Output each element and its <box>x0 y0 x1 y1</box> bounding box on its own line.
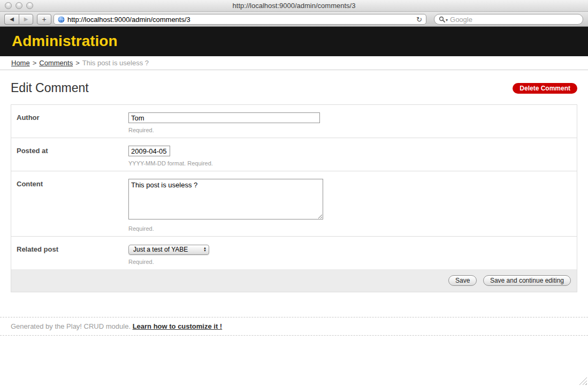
related-post-select[interactable]: Just a test of YABE ▲ ▼ <box>128 245 209 255</box>
select-stepper-icon: ▲ ▼ <box>203 247 207 252</box>
page-head: Edit Comment Delete Comment <box>11 81 577 95</box>
plus-icon: + <box>42 15 46 24</box>
window-controls <box>5 2 33 9</box>
posted-at-hint: YYYY-MM-DD format. Required. <box>128 160 577 166</box>
footer-text: Generated by the Play! CRUD module. <box>11 322 131 330</box>
form-row-content: Content This post is useless ? Required. <box>11 171 577 237</box>
new-tab-button[interactable]: + <box>37 14 51 25</box>
address-bar[interactable]: http://localhost:9000/admin/comments/3 ↻ <box>54 14 426 25</box>
page-title: Edit Comment <box>11 81 89 95</box>
breadcrumb-current: This post is useless ? <box>82 59 149 67</box>
content-control: This post is useless ? Required. <box>128 179 577 232</box>
form-actions: Save Save and continue editing <box>11 269 577 292</box>
form-row-author: Author Required. <box>11 105 577 138</box>
search-icon[interactable] <box>439 16 445 22</box>
posted-at-control: YYYY-MM-DD format. Required. <box>128 146 577 166</box>
delete-comment-button[interactable]: Delete Comment <box>513 83 577 94</box>
breadcrumb-separator: > <box>75 59 80 67</box>
related-post-selected-value: Just a test of YABE <box>133 246 188 253</box>
content-label: Content <box>11 179 128 232</box>
content-textarea[interactable]: This post is useless ? <box>128 179 323 220</box>
nav-buttons: ◀ ▶ <box>4 14 33 25</box>
back-button[interactable]: ◀ <box>4 14 19 25</box>
window-title: http://localhost:9000/admin/comments/3 <box>0 0 588 11</box>
breadcrumb: Home>Comments>This post is useless ? <box>0 56 588 70</box>
posted-at-label: Posted at <box>11 146 128 166</box>
admin-title: Administration <box>0 27 588 56</box>
posted-at-input[interactable] <box>128 146 170 156</box>
window-titlebar: http://localhost:9000/admin/comments/3 <box>0 0 588 12</box>
admin-header: Administration <box>0 27 588 56</box>
zoom-window-icon[interactable] <box>26 2 33 9</box>
form-row-posted-at: Posted at YYYY-MM-DD format. Required. <box>11 138 577 171</box>
customize-link[interactable]: Learn how to customize it ! <box>133 322 223 330</box>
edit-comment-form: Author Required. Posted at YYYY-MM-DD fo… <box>11 104 577 292</box>
content-hint: Required. <box>128 225 577 232</box>
window-resize-grip[interactable] <box>579 377 587 385</box>
author-hint: Required. <box>128 127 577 133</box>
related-post-hint: Required. <box>128 259 577 265</box>
author-label: Author <box>11 112 128 133</box>
main-content: Edit Comment Delete Comment Author Requi… <box>0 81 588 292</box>
stepper-down-icon: ▼ <box>203 249 207 252</box>
author-control: Required. <box>128 112 577 133</box>
search-dropdown-icon[interactable]: ▾ <box>446 18 448 22</box>
forward-button[interactable]: ▶ <box>19 14 33 25</box>
related-post-control: Just a test of YABE ▲ ▼ Required. <box>128 244 577 265</box>
close-window-icon[interactable] <box>5 2 12 9</box>
globe-icon <box>58 16 65 23</box>
breadcrumb-comments-link[interactable]: Comments <box>39 59 73 67</box>
browser-toolbar: ◀ ▶ + http://localhost:9000/admin/commen… <box>0 12 588 27</box>
forward-icon: ▶ <box>24 16 28 22</box>
save-button[interactable]: Save <box>448 275 477 286</box>
search-bar[interactable]: ▾ <box>434 14 583 25</box>
author-input[interactable] <box>128 112 320 123</box>
back-icon: ◀ <box>10 16 14 22</box>
reload-icon[interactable]: ↻ <box>416 16 422 24</box>
search-input[interactable] <box>450 16 578 24</box>
breadcrumb-separator: > <box>33 59 37 67</box>
minimize-window-icon[interactable] <box>16 2 22 9</box>
related-post-label: Related post <box>11 244 128 265</box>
url-text: http://localhost:9000/admin/comments/3 <box>67 16 190 24</box>
save-and-continue-button[interactable]: Save and continue editing <box>483 275 571 286</box>
form-row-related-post: Related post Just a test of YABE ▲ ▼ Req… <box>11 237 577 269</box>
breadcrumb-home-link[interactable]: Home <box>11 59 30 67</box>
page-footer: Generated by the Play! CRUD module. Lear… <box>0 317 588 336</box>
